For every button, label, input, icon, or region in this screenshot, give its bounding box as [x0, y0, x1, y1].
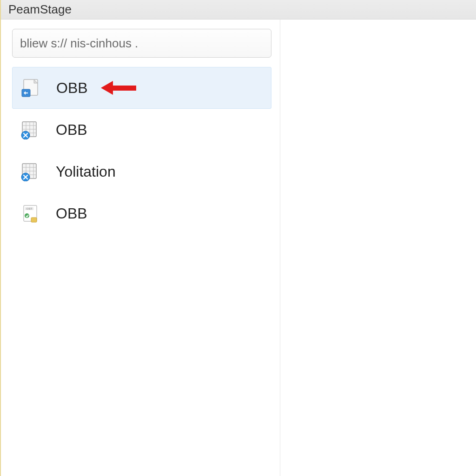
app-title: PeamStage [8, 2, 72, 17]
list-item[interactable]: OST OBB [12, 192, 271, 234]
list-item-label: OBB [56, 205, 87, 222]
svg-rect-29 [31, 218, 37, 222]
svg-text:OST: OST [26, 207, 33, 210]
list-item[interactable]: Yolitation [12, 151, 271, 192]
grid-error-icon [20, 162, 40, 181]
content-area: OBB [1, 20, 476, 476]
search-box[interactable] [12, 29, 271, 58]
list-item-label: Yolitation [56, 163, 116, 180]
search-input[interactable] [20, 36, 264, 51]
grid-error-icon [20, 120, 40, 139]
left-panel: OBB [1, 20, 280, 476]
doc-badge-icon: OST [20, 204, 40, 223]
results-list: OBB [12, 67, 271, 234]
right-panel [280, 20, 476, 476]
list-item[interactable]: OBB [12, 109, 271, 151]
file-link-icon [21, 78, 40, 98]
svg-marker-4 [101, 81, 113, 95]
titlebar: PeamStage [1, 0, 476, 20]
svg-rect-3 [110, 86, 136, 91]
list-item[interactable]: OBB [12, 67, 271, 109]
list-item-label: OBB [56, 79, 88, 97]
list-item-label: OBB [56, 121, 87, 139]
app-window: PeamStage [0, 0, 476, 476]
highlight-arrow-icon [101, 81, 136, 95]
